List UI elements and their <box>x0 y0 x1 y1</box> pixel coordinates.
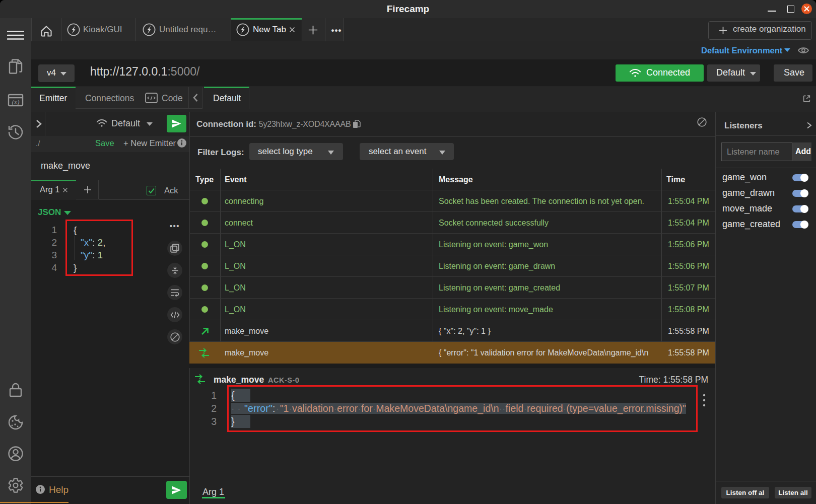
svg-text:(x): (x) <box>12 98 20 106</box>
